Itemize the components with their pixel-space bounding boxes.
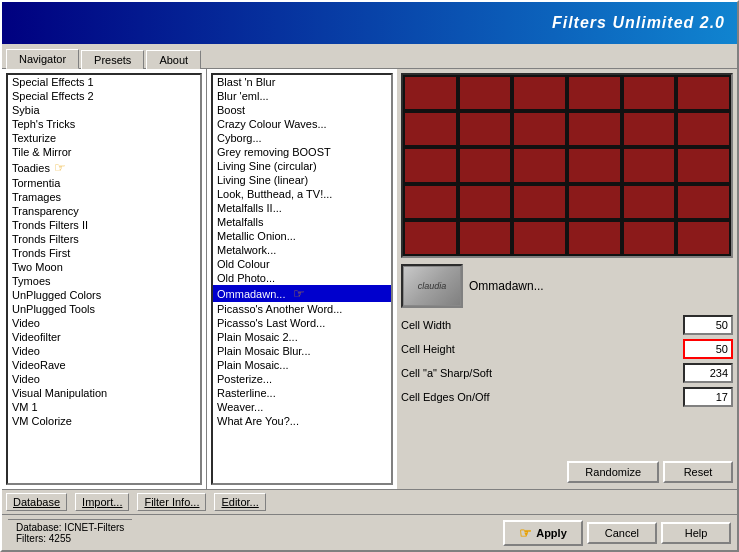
list-item[interactable]: VideoRave <box>8 358 200 372</box>
list-item[interactable]: Video <box>8 372 200 386</box>
grid-cell <box>676 75 731 111</box>
left-panel: Special Effects 1 Special Effects 2 Sybi… <box>2 69 207 489</box>
help-button[interactable]: Help <box>661 522 731 544</box>
list-item[interactable]: Sybia <box>8 103 200 117</box>
list-item[interactable]: Video <box>8 316 200 330</box>
filter-item[interactable]: Picasso's Last Word... <box>213 316 391 330</box>
grid-cell <box>567 111 622 147</box>
filter-item[interactable]: Plain Mosaic... <box>213 358 391 372</box>
list-item-toadies[interactable]: Toadies ☞ <box>8 159 200 176</box>
grid-cell <box>512 111 567 147</box>
reset-button[interactable]: Reset <box>663 461 733 483</box>
param-row-sharp-soft: Cell "a" Sharp/Soft 234 <box>401 362 733 384</box>
list-item[interactable]: Videofilter <box>8 330 200 344</box>
grid-cell <box>622 184 677 220</box>
filter-item[interactable]: Crazy Colour Waves... <box>213 117 391 131</box>
list-item[interactable]: Tronds Filters II <box>8 218 200 232</box>
filter-item[interactable]: Picasso's Another Word... <box>213 302 391 316</box>
filter-item[interactable]: Posterize... <box>213 372 391 386</box>
param-value-cell-height[interactable]: 50 <box>683 339 733 359</box>
params-area: Cell Width 50 Cell Height 50 Cell "a" Sh… <box>401 314 733 455</box>
filter-item[interactable]: What Are You?... <box>213 414 391 428</box>
filter-item[interactable]: Living Sine (linear) <box>213 173 391 187</box>
filter-item[interactable]: Plain Mosaic 2... <box>213 330 391 344</box>
filter-item-ommadawn[interactable]: Ommadawn... ☞ <box>213 285 391 302</box>
list-item[interactable]: VM Colorize <box>8 414 200 428</box>
list-item[interactable]: Special Effects 2 <box>8 89 200 103</box>
filter-thumbnail: claudia <box>401 264 463 308</box>
filter-item[interactable]: Metalwork... <box>213 243 391 257</box>
filter-info-button[interactable]: Filter Info... <box>137 493 206 511</box>
list-item[interactable]: Visual Manipulation <box>8 386 200 400</box>
filter-item[interactable]: Metalfalls II... <box>213 201 391 215</box>
param-value-edges[interactable]: 17 <box>683 387 733 407</box>
filter-list[interactable]: Blast 'n Blur Blur 'eml... Boost Crazy C… <box>211 73 393 485</box>
cancel-button[interactable]: Cancel <box>587 522 657 544</box>
tab-bar: Navigator Presets About <box>2 44 737 68</box>
grid-cell <box>676 220 731 256</box>
list-item[interactable]: Video <box>8 344 200 358</box>
param-label-cell-width: Cell Width <box>401 319 683 331</box>
right-panel: claudia Ommadawn... Cell Width 50 Cell H… <box>397 69 737 489</box>
middle-panel: Blast 'n Blur Blur 'eml... Boost Crazy C… <box>207 69 397 489</box>
list-item[interactable]: Special Effects 1 <box>8 75 200 89</box>
status-line2: Filters: 4255 <box>16 533 124 544</box>
filter-item[interactable]: Plain Mosaic Blur... <box>213 344 391 358</box>
filter-item[interactable]: Weaver... <box>213 400 391 414</box>
param-value-cell-width[interactable]: 50 <box>683 315 733 335</box>
category-list[interactable]: Special Effects 1 Special Effects 2 Sybi… <box>6 73 202 485</box>
arrow-icon: ☞ <box>293 286 305 301</box>
param-row-cell-height: Cell Height 50 <box>401 338 733 360</box>
list-item[interactable]: UnPlugged Tools <box>8 302 200 316</box>
list-item[interactable]: Tramages <box>8 190 200 204</box>
grid-cell <box>458 220 513 256</box>
param-label-sharp-soft: Cell "a" Sharp/Soft <box>401 367 683 379</box>
list-item[interactable]: Transparency <box>8 204 200 218</box>
filter-item-grey-boost[interactable]: Grey removing BOOST <box>213 145 391 159</box>
list-item[interactable]: Tymoes <box>8 274 200 288</box>
apply-button[interactable]: ☞ Apply <box>503 520 583 546</box>
grid-cell <box>458 184 513 220</box>
grid-cell <box>676 184 731 220</box>
tab-presets[interactable]: Presets <box>81 50 144 69</box>
list-item[interactable]: Tormentia <box>8 176 200 190</box>
filter-item[interactable]: Blast 'n Blur <box>213 75 391 89</box>
grid-cell <box>403 220 458 256</box>
randomize-button[interactable]: Randomize <box>567 461 659 483</box>
grid-cell <box>458 75 513 111</box>
tab-about[interactable]: About <box>146 50 201 69</box>
list-item[interactable]: VM 1 <box>8 400 200 414</box>
grid-cell <box>622 220 677 256</box>
filter-item[interactable]: Boost <box>213 103 391 117</box>
filter-item[interactable]: Blur 'eml... <box>213 89 391 103</box>
filter-item[interactable]: Living Sine (circular) <box>213 159 391 173</box>
param-value-sharp-soft[interactable]: 234 <box>683 363 733 383</box>
editor-button[interactable]: Editor... <box>214 493 265 511</box>
status-line1: Database: ICNET-Filters <box>16 522 124 533</box>
filter-item[interactable]: Metalfalls <box>213 215 391 229</box>
claudia-image: claudia <box>403 266 461 306</box>
filter-item[interactable]: Metallic Onion... <box>213 229 391 243</box>
list-item[interactable]: Teph's Tricks <box>8 117 200 131</box>
param-label-edges: Cell Edges On/Off <box>401 391 683 403</box>
filter-item[interactable]: Old Colour <box>213 257 391 271</box>
tab-navigator[interactable]: Navigator <box>6 49 79 69</box>
grid-overlay <box>403 75 731 256</box>
list-item-unplugged-colors[interactable]: UnPlugged Colors <box>8 288 200 302</box>
database-button[interactable]: Database <box>6 493 67 511</box>
selected-filter-label: Ommadawn... <box>469 279 733 293</box>
grid-cell <box>512 147 567 183</box>
filter-item[interactable]: Look, Butthead, a TV!... <box>213 187 391 201</box>
list-item[interactable]: Tile & Mirror <box>8 145 200 159</box>
filter-item[interactable]: Rasterline... <box>213 386 391 400</box>
list-item-two-moon[interactable]: Two Moon <box>8 260 200 274</box>
grid-cell <box>567 220 622 256</box>
filter-item[interactable]: Cyborg... <box>213 131 391 145</box>
grid-cell <box>567 184 622 220</box>
list-item[interactable]: Tronds First <box>8 246 200 260</box>
list-item[interactable]: Texturize <box>8 131 200 145</box>
import-button[interactable]: Import... <box>75 493 129 511</box>
grid-cell <box>622 147 677 183</box>
list-item[interactable]: Tronds Filters <box>8 232 200 246</box>
filter-item[interactable]: Old Photo... <box>213 271 391 285</box>
